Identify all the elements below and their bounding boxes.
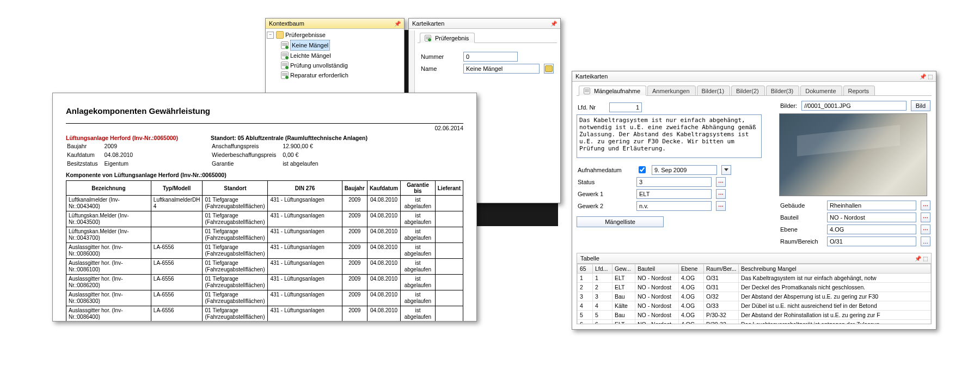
input-ebene[interactable] <box>827 225 916 234</box>
table-row[interactable]: 11ELTNO - Nordost4.OGO/31Das Kabeltragsy… <box>578 274 931 283</box>
tree-item[interactable]: Leichte Mängel <box>281 51 404 60</box>
tab[interactable]: Bilder(2) <box>731 86 765 96</box>
column-header[interactable]: Lfd... <box>593 264 612 274</box>
lookup-gewerk1[interactable]: ⋯ <box>716 189 726 199</box>
textarea-description[interactable] <box>577 114 762 158</box>
tab[interactable]: Anmerkungen <box>647 86 696 96</box>
input-lfd[interactable] <box>609 102 642 112</box>
image-thumbnail[interactable] <box>779 113 927 196</box>
lookup-status[interactable]: ⋯ <box>716 177 726 187</box>
cell: 6 <box>578 320 593 325</box>
cell: Luftkanalmelder (Inv-Nr.:0043400) <box>66 196 151 211</box>
tab[interactable]: Reports <box>843 86 875 96</box>
tree-root[interactable]: − Prüfergebnisse <box>267 30 404 40</box>
column-header[interactable]: 65 <box>578 264 593 274</box>
cell <box>151 227 203 243</box>
input-raum[interactable] <box>827 236 916 246</box>
pin-icon[interactable]: 📌 <box>550 21 557 27</box>
lookup-raum[interactable]: … <box>921 236 930 246</box>
meta-key: Kaufdatum <box>67 151 103 159</box>
table-row[interactable]: 66ELTNO - Nordost4.OGP/30-32Das Leuchten… <box>578 320 931 325</box>
tab-pruefergebnis[interactable]: Prüfergebnis <box>420 33 475 43</box>
tabelle-scroll[interactable]: 65Lfd...Gew...BauteilEbeneRaum/Ber...Bes… <box>577 263 932 324</box>
cell <box>151 211 203 227</box>
cell: 2009 <box>342 306 367 322</box>
bild-button[interactable]: Bild <box>911 100 930 111</box>
pin-icon[interactable]: 📌 ⬚ <box>920 74 933 80</box>
tabstrip: MängelaufnahmeAnmerkungenBilder(1)Bilder… <box>577 85 932 96</box>
meta-val: 2009 <box>105 142 139 150</box>
input-bauteil[interactable] <box>827 213 916 222</box>
cell: 4 <box>578 301 593 311</box>
meta-key: Garantie <box>212 160 281 167</box>
input-aufnahmedatum[interactable] <box>652 165 717 175</box>
cell: 01 Tiefgarage (Fahrzeugabstellflächen) <box>203 259 268 275</box>
doc-check-icon <box>281 62 289 69</box>
cell: Auslassgitter hor. (Inv-Nr.:0086000) <box>66 243 151 259</box>
column-header[interactable]: Ebene <box>679 264 704 274</box>
input-name[interactable] <box>463 64 540 74</box>
meta-key: Wiederbeschaffungspreis <box>212 151 281 159</box>
tree-toggle[interactable]: − <box>267 32 274 39</box>
tree-item[interactable]: Reparatur erforderlich <box>281 70 404 80</box>
tree-item[interactable]: Prüfung unvollständig <box>281 60 404 70</box>
cell: ist abgelaufen <box>401 196 436 211</box>
tabstrip: Prüfergebnis <box>418 32 557 43</box>
kontextbaum-tree: − Prüfergebnisse Keine MängelLeichte Män… <box>266 29 404 80</box>
table-row: Auslassgitter hor. (Inv-Nr.:0086400)LA-6… <box>66 306 463 322</box>
label-bilder: Bilder: <box>780 102 797 109</box>
input-gebaeude[interactable] <box>827 201 916 210</box>
lookup-gewerk2[interactable]: ⋯ <box>716 201 726 211</box>
tab[interactable]: Dokumente <box>800 86 842 96</box>
chk-aufnahmedatum[interactable] <box>639 166 646 173</box>
column-header[interactable]: Gew... <box>612 264 635 274</box>
label-nummer: Nummer <box>421 53 459 60</box>
cell: Der Abstand der Absperrung ist u.E. zu g… <box>739 292 931 301</box>
lookup-ebene[interactable]: ⋯ <box>921 225 930 234</box>
cell: Auslassgitter hor. (Inv-Nr.:0086100) <box>66 259 151 275</box>
cell: 04.08.2010 <box>367 211 400 227</box>
lookup-gebaeude[interactable]: ⋯ <box>921 201 930 210</box>
row-gebaeude: Gebäude ⋯ <box>780 201 930 210</box>
cell: Kälte <box>612 301 635 311</box>
label-aufnahmedatum: Aufnahmedatum <box>578 167 632 173</box>
lookup-bauteil[interactable]: ⋯ <box>921 213 930 222</box>
cell: ist abgelaufen <box>401 306 436 322</box>
column-header[interactable]: Beschreibung Mangel <box>739 264 931 274</box>
column-header[interactable]: Raum/Ber... <box>704 264 739 274</box>
row-gewerk1: Gewerk 1 ⋯ <box>578 189 773 199</box>
tree-item-label: Reparatur erforderlich <box>290 70 348 80</box>
tree-item[interactable]: Keine Mängel <box>281 40 404 51</box>
input-gewerk1[interactable] <box>636 189 712 199</box>
cell: Der Deckel des Promatkanals nicht geschl… <box>739 283 931 292</box>
cell: LA-6556 <box>151 306 203 322</box>
tab-label: Prüfergebnis <box>435 35 469 41</box>
pin-icon[interactable]: 📌 <box>394 21 401 27</box>
label-gewerk2: Gewerk 2 <box>578 203 632 209</box>
table-row[interactable]: 44KälteNO - Nordost4.OGO/33Der Dübel ist… <box>578 301 931 311</box>
maengelliste-button[interactable]: Mängelliste <box>577 216 664 227</box>
table-row[interactable]: 55BauNO - Nordost4.OGP/30-32Der Abstand … <box>578 311 931 320</box>
table-row: Auslassgitter hor. (Inv-Nr.:0086200)LA-6… <box>66 275 463 290</box>
input-gewerk2[interactable] <box>636 201 712 211</box>
table-row[interactable]: 33BauNO - Nordost4.OGO/32Der Abstand der… <box>578 292 931 301</box>
table-row[interactable]: 22ELTNO - Nordost4.OGO/31Der Deckel des … <box>578 283 931 292</box>
column-header[interactable]: Bauteil <box>635 264 679 274</box>
karteikarten2-body: MängelaufnahmeAnmerkungenBilder(1)Bilder… <box>572 82 936 328</box>
report-date: 02.06.2014 <box>66 125 463 131</box>
tab[interactable]: Mängelaufnahme <box>579 86 646 96</box>
pin-icon[interactable]: 📌 ⬚ <box>915 256 928 262</box>
date-dropdown[interactable] <box>721 165 731 175</box>
input-bilderpath[interactable] <box>801 101 906 111</box>
lookup-button[interactable] <box>544 64 554 74</box>
cell: ist abgelaufen <box>401 211 436 227</box>
input-status[interactable] <box>636 177 712 187</box>
kontextbaum-header: Kontextbaum 📌 <box>266 19 404 29</box>
cell: NO - Nordost <box>635 311 679 320</box>
tab[interactable]: Bilder(3) <box>766 86 800 96</box>
cell: 04.08.2010 <box>367 290 400 306</box>
input-nummer[interactable] <box>463 52 518 62</box>
cell: 04.08.2010 <box>367 259 400 275</box>
tab[interactable]: Bilder(1) <box>697 86 731 96</box>
column-header: Bezeichnung <box>66 181 151 196</box>
